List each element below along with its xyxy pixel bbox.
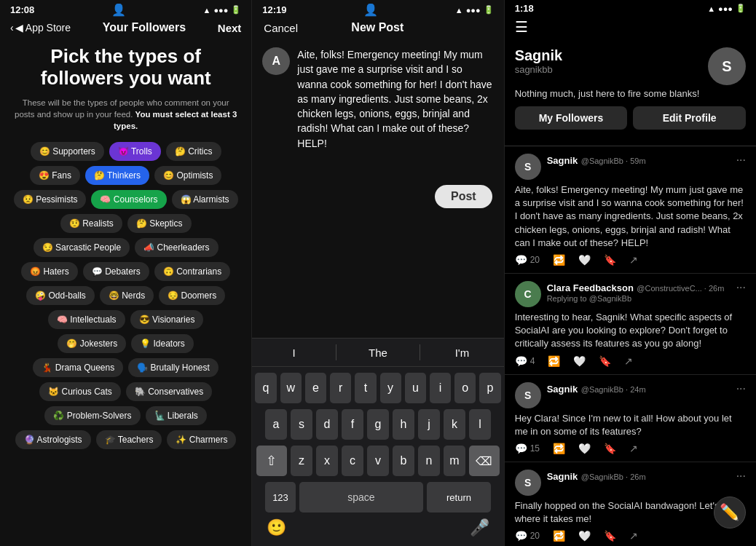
key-x[interactable]: x bbox=[316, 446, 338, 476]
next-button[interactable]: Next bbox=[218, 22, 242, 34]
tag-alarmists[interactable]: 😱 Alarmists bbox=[172, 190, 238, 209]
key-h[interactable]: h bbox=[393, 409, 414, 440]
space-key[interactable]: space bbox=[299, 482, 423, 513]
comment-action-1[interactable]: 💬20 bbox=[515, 254, 540, 266]
tab-my-followers[interactable]: My Followers bbox=[515, 106, 628, 130]
key-t[interactable]: t bbox=[355, 373, 376, 403]
key-d[interactable]: d bbox=[316, 409, 338, 440]
key-e[interactable]: e bbox=[305, 373, 326, 403]
key-n[interactable]: n bbox=[418, 446, 440, 476]
share-action-3[interactable]: ↗ bbox=[629, 443, 638, 454]
comment-action-4[interactable]: 💬20 bbox=[515, 530, 540, 542]
shift-key[interactable]: ⇧ bbox=[256, 446, 287, 476]
tag-debaters[interactable]: 💬 Debaters bbox=[83, 262, 149, 281]
tag-intellectuals[interactable]: 🧠 Intellectuals bbox=[48, 310, 125, 329]
tag-drama-queens[interactable]: 💃 Drama Queens bbox=[33, 358, 123, 377]
tag-odd-balls[interactable]: 🤪 Odd-balls bbox=[26, 286, 95, 305]
tag-brutally-honest[interactable]: 🗣️ Brutally Honest bbox=[128, 358, 218, 377]
key-w[interactable]: w bbox=[280, 373, 302, 403]
key-123[interactable]: 123 bbox=[265, 482, 296, 513]
tag-doomers[interactable]: 😔 Doomers bbox=[159, 286, 225, 305]
repost-action-3[interactable]: 🔁 bbox=[553, 443, 565, 454]
back-button[interactable]: ‹ ◀ App Store bbox=[10, 22, 71, 33]
menu-icon[interactable]: ☰ bbox=[515, 18, 528, 36]
cancel-button[interactable]: Cancel bbox=[264, 22, 298, 34]
tag-realists[interactable]: 🤨 Realists bbox=[60, 214, 122, 233]
tag-jokesters[interactable]: 🤭 Jokesters bbox=[58, 334, 126, 353]
tag-counselors[interactable]: 🧠 Counselors bbox=[91, 190, 166, 209]
tag-contrarians[interactable]: 🙃 Contrarians bbox=[154, 262, 230, 281]
key-l[interactable]: l bbox=[469, 409, 491, 440]
key-m[interactable]: m bbox=[444, 446, 465, 476]
tag-sarcastic-people[interactable]: 😏 Sarcastic People bbox=[34, 238, 130, 257]
tag-cheerleaders[interactable]: 📣 Cheerleaders bbox=[135, 238, 218, 257]
repost-action-1[interactable]: 🔁 bbox=[553, 254, 565, 266]
bookmark-action-3[interactable]: 🔖 bbox=[604, 443, 616, 454]
tag-teachers[interactable]: 🎓 Teachers bbox=[96, 430, 162, 449]
share-action-4[interactable]: ↗ bbox=[629, 530, 638, 542]
feed-more-1[interactable]: ··· bbox=[736, 154, 746, 167]
key-i[interactable]: i bbox=[430, 373, 451, 403]
key-z[interactable]: z bbox=[291, 446, 312, 476]
mic-icon[interactable]: 🎤 bbox=[470, 518, 489, 537]
tag-haters[interactable]: 😡 Haters bbox=[21, 262, 78, 281]
bookmark-action-2[interactable]: 🔖 bbox=[599, 355, 611, 367]
repost-action-4[interactable]: 🔁 bbox=[553, 530, 565, 542]
like-action-2[interactable]: 🤍 bbox=[573, 355, 586, 367]
like-action-4[interactable]: 🤍 bbox=[578, 530, 591, 542]
key-p[interactable]: p bbox=[479, 373, 500, 403]
feed-more-3[interactable]: ··· bbox=[736, 382, 746, 395]
key-r[interactable]: r bbox=[330, 373, 351, 403]
tag-supporters[interactable]: 😊 Supporters bbox=[31, 142, 104, 161]
key-q[interactable]: q bbox=[255, 373, 276, 403]
tag-visionaries[interactable]: 😎 Visionaries bbox=[130, 310, 204, 329]
key-g[interactable]: g bbox=[367, 409, 389, 440]
key-f[interactable]: f bbox=[342, 409, 363, 440]
emoji-icon[interactable]: 🙂 bbox=[267, 518, 286, 537]
tag-trolls[interactable]: 😈 Trolls bbox=[109, 142, 161, 161]
tag-nerds[interactable]: 🤓 Nerds bbox=[100, 286, 154, 305]
tag-skeptics[interactable]: 🤔 Skeptics bbox=[127, 214, 192, 233]
tag-fans[interactable]: 😍 Fans bbox=[30, 166, 80, 185]
tag-thinkers[interactable]: 🤔 Thinkers bbox=[85, 166, 149, 185]
tag-pessimists[interactable]: 😟 Pessimists bbox=[14, 190, 87, 209]
tag-conservatives[interactable]: 🐘 Conservatives bbox=[126, 382, 212, 401]
key-y[interactable]: y bbox=[380, 373, 401, 403]
key-o[interactable]: o bbox=[454, 373, 476, 403]
feed-more-4[interactable]: ··· bbox=[736, 470, 746, 483]
tag-charmers[interactable]: ✨ Charmers bbox=[167, 430, 236, 449]
post-button[interactable]: Post bbox=[435, 185, 492, 208]
repost-action-2[interactable]: 🔁 bbox=[548, 355, 560, 367]
feed-more-2[interactable]: ··· bbox=[736, 281, 746, 294]
key-v[interactable]: v bbox=[367, 446, 389, 476]
share-action-1[interactable]: ↗ bbox=[629, 254, 638, 266]
like-action-3[interactable]: 🤍 bbox=[578, 443, 591, 454]
key-a[interactable]: a bbox=[265, 409, 287, 440]
tab-edit-profile[interactable]: Edit Profile bbox=[633, 106, 746, 130]
tag-ideators[interactable]: 💡 Ideators bbox=[131, 334, 194, 353]
share-action-2[interactable]: ↗ bbox=[624, 355, 633, 367]
tag-curious-cats[interactable]: 🐱 Curious Cats bbox=[39, 382, 121, 401]
comment-action-2[interactable]: 💬4 bbox=[515, 355, 535, 367]
autocomplete-item-3[interactable]: I'm bbox=[420, 347, 503, 359]
tag-problem-solvers[interactable]: ♻️ Problem-Solvers bbox=[44, 406, 140, 425]
tag-astrologists[interactable]: 🔮 Astrologists bbox=[15, 430, 91, 449]
bookmark-action-1[interactable]: 🔖 bbox=[604, 254, 616, 266]
autocomplete-item-1[interactable]: I bbox=[252, 347, 335, 359]
delete-key[interactable]: ⌫ bbox=[469, 446, 500, 476]
return-key[interactable]: return bbox=[427, 482, 491, 513]
like-action-1[interactable]: 🤍 bbox=[578, 254, 591, 266]
key-k[interactable]: k bbox=[444, 409, 465, 440]
tag-liberals[interactable]: 🗽 Liberals bbox=[146, 406, 207, 425]
tag-critics[interactable]: 🤔 Critics bbox=[166, 142, 221, 161]
comment-action-3[interactable]: 💬15 bbox=[515, 443, 540, 454]
key-c[interactable]: c bbox=[342, 446, 363, 476]
autocomplete-item-2[interactable]: The bbox=[336, 347, 420, 359]
key-j[interactable]: j bbox=[418, 409, 440, 440]
key-s[interactable]: s bbox=[291, 409, 312, 440]
compose-fab[interactable]: ✏️ bbox=[714, 496, 746, 529]
bookmark-action-4[interactable]: 🔖 bbox=[604, 530, 616, 542]
tag-optimists[interactable]: 😊 Optimists bbox=[154, 166, 221, 185]
post-body-text[interactable]: Aite, folks! Emergency meeting! My mum j… bbox=[297, 47, 493, 173]
key-b[interactable]: b bbox=[393, 446, 414, 476]
